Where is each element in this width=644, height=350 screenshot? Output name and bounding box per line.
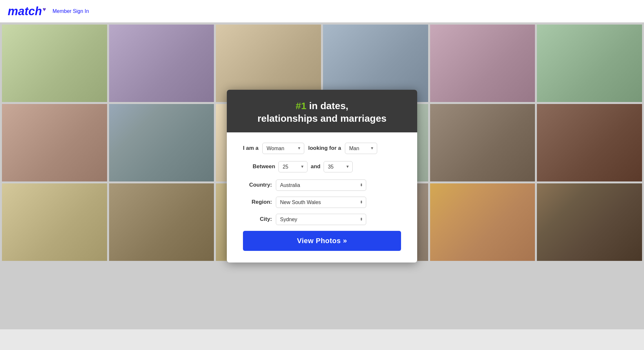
and-label: and <box>311 163 320 170</box>
gender-select[interactable]: Woman Man <box>262 143 304 154</box>
logo-heart-icon: ♥ <box>43 6 46 13</box>
age-min-select[interactable]: 18192021 22232425 2627282930 <box>278 161 307 172</box>
country-label: Country: <box>243 182 272 188</box>
city-label: City: <box>243 216 272 222</box>
country-select-wrapper: Australia United States United Kingdom C… <box>276 180 366 191</box>
gender-row: I am a Woman Man ▼ looking for a Man Wom… <box>243 143 401 154</box>
city-select-wrapper: Sydney Melbourne Brisbane Perth Adelaide… <box>276 214 366 225</box>
looking-for-select[interactable]: Man Woman <box>345 143 377 154</box>
search-modal: #1 in dates,relationships and marriages … <box>227 90 417 262</box>
modal-form-body: I am a Woman Man ▼ looking for a Man Wom… <box>227 132 417 262</box>
looking-for-select-wrapper: Man Woman ▼ <box>345 143 377 154</box>
modal-tagline: #1 in dates,relationships and marriages <box>240 99 404 125</box>
age-max-select[interactable]: 26272829 30313233 34353637 383940 <box>324 161 353 172</box>
i-am-a-label: I am a <box>243 145 258 151</box>
region-label: Region: <box>243 199 272 205</box>
region-row: Region: New South Wales Victoria Queensl… <box>243 197 401 208</box>
region-select[interactable]: New South Wales Victoria Queensland West… <box>276 197 366 208</box>
between-label: Between <box>253 163 275 170</box>
region-select-wrapper: New South Wales Victoria Queensland West… <box>276 197 366 208</box>
city-select[interactable]: Sydney Melbourne Brisbane Perth Adelaide <box>276 214 366 225</box>
tagline-rest: in dates,relationships and marriages <box>257 100 387 124</box>
logo-text: match <box>8 5 42 18</box>
photo-grid-background: #1 in dates,relationships and marriages … <box>0 23 644 329</box>
modal-overlay: #1 in dates,relationships and marriages … <box>0 23 644 329</box>
age-max-select-wrapper: 26272829 30313233 34353637 383940 ▼ <box>324 161 353 172</box>
looking-for-label: looking for a <box>308 145 341 151</box>
age-range-row: Between 18192021 22232425 2627282930 ▼ a… <box>243 161 401 172</box>
modal-header: #1 in dates,relationships and marriages <box>227 90 417 132</box>
gender-select-wrapper: Woman Man ▼ <box>262 143 304 154</box>
view-photos-button[interactable]: View Photos » <box>243 231 401 251</box>
logo: match ♥ <box>8 5 46 18</box>
city-row: City: Sydney Melbourne Brisbane Perth Ad… <box>243 214 401 225</box>
site-header: match ♥ Member Sign In <box>0 0 644 23</box>
member-signin-link[interactable]: Member Sign In <box>53 8 89 14</box>
age-min-select-wrapper: 18192021 22232425 2627282930 ▼ <box>278 161 307 172</box>
tagline-highlight: #1 <box>296 100 306 111</box>
country-row: Country: Australia United States United … <box>243 180 401 191</box>
country-select[interactable]: Australia United States United Kingdom C… <box>276 180 366 191</box>
